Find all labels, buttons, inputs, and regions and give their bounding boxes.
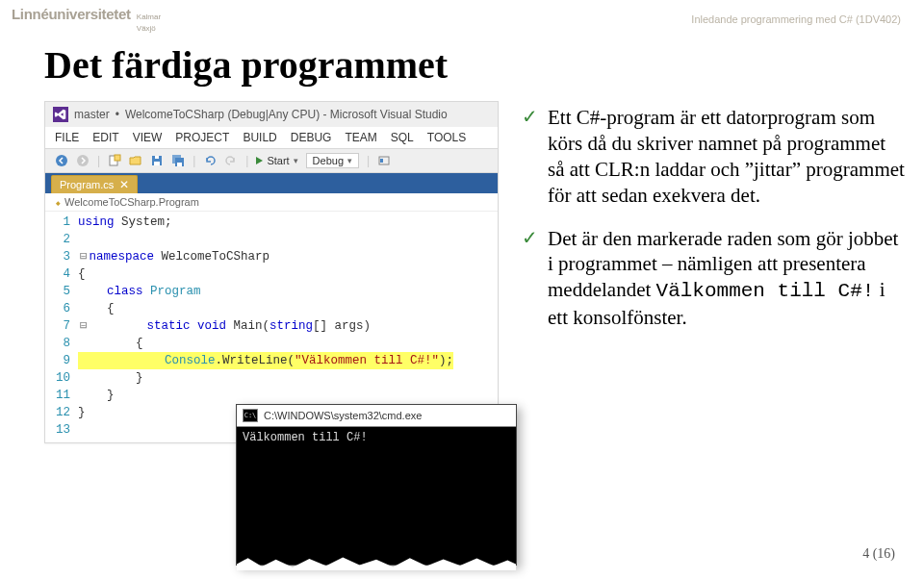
university-logo: Linnéuniversitetet Kalmar Växjö — [12, 6, 161, 33]
bullet-list: ✓ Ett C#-program är ett datorprogram som… — [522, 101, 907, 348]
svg-point-1 — [77, 155, 89, 166]
bullet-item: ✓ Ett C#-program är ett datorprogram som… — [522, 105, 907, 209]
chevron-down-icon: ▾ — [294, 156, 298, 165]
logo-text: Linnéuniversitetet — [12, 6, 131, 22]
start-debug-button[interactable]: Start ▾ — [256, 155, 297, 166]
code-breadcrumb[interactable]: ⬥ WelcomeToCSharp.Program — [45, 193, 498, 212]
start-label: Start — [267, 155, 289, 166]
config-selector[interactable]: Debug ▾ — [306, 153, 359, 168]
vs-toolbar: | | | Start ▾ — [45, 148, 498, 173]
check-icon: ✓ — [522, 105, 538, 209]
vs-title-branch: master — [74, 108, 110, 121]
vs-title-text: WelcomeToCSharp (Debug|Any CPU) - Micros… — [125, 108, 448, 121]
vs-menubar: FILE EDIT VIEW PROJECT BUILD DEBUG TEAM … — [45, 127, 498, 148]
nav-back-icon[interactable] — [55, 154, 68, 167]
close-tab-icon[interactable]: ✕ — [119, 180, 129, 189]
console-title-text: C:\WINDOWS\system32\cmd.exe — [264, 410, 422, 421]
vs-title-sep: • — [116, 108, 119, 121]
console-window: C:\ C:\WINDOWS\system32\cmd.exe Välkomme… — [236, 404, 517, 566]
new-file-icon[interactable] — [108, 154, 121, 167]
course-name: Inledande programmering med C# (1DV402) — [691, 13, 901, 25]
play-icon — [256, 157, 263, 164]
menu-tools[interactable]: TOOLS — [427, 131, 466, 144]
cmd-icon: C:\ — [243, 409, 258, 422]
toolbar-extra-icon[interactable] — [377, 154, 391, 167]
menu-project[interactable]: PROJECT — [175, 131, 229, 144]
menu-sql[interactable]: SQL — [391, 131, 414, 144]
editor-tab-program[interactable]: Program.cs ✕ — [51, 175, 138, 193]
svg-rect-3 — [115, 155, 120, 161]
menu-view[interactable]: VIEW — [133, 131, 163, 144]
save-icon[interactable] — [150, 154, 164, 167]
menu-debug[interactable]: DEBUG — [291, 131, 332, 144]
bullet-item: ✓ Det är den markerade raden som gör job… — [522, 226, 907, 332]
highlighted-code-line: Console.WriteLine("Välkommen till C#!"); — [78, 352, 453, 369]
svg-point-0 — [56, 155, 67, 166]
bullet-text: Det är den markerade raden som gör jobbe… — [548, 226, 907, 332]
open-file-icon[interactable] — [129, 154, 142, 167]
menu-team[interactable]: TEAM — [345, 131, 376, 144]
torn-edge — [237, 536, 516, 565]
console-titlebar: C:\ C:\WINDOWS\system32\cmd.exe — [237, 405, 516, 427]
svg-rect-5 — [154, 162, 160, 165]
nav-fwd-icon[interactable] — [76, 154, 90, 167]
slide-title: Det färdiga programmet — [44, 42, 924, 88]
save-all-icon[interactable] — [171, 154, 185, 167]
bullet-text: Ett C#-program är ett datorprogram som k… — [548, 105, 907, 209]
editor-tabbar: Program.cs ✕ — [45, 173, 498, 193]
visual-studio-icon — [53, 107, 68, 122]
menu-edit[interactable]: EDIT — [92, 131, 118, 144]
svg-rect-11 — [380, 159, 383, 163]
logo-subtext: Kalmar Växjö — [137, 10, 161, 33]
console-output: Välkommen till C#! — [237, 427, 516, 537]
page-number: 4 (16) — [862, 546, 895, 562]
menu-file[interactable]: FILE — [55, 131, 79, 144]
tab-label: Program.cs — [60, 179, 114, 190]
vs-titlebar: master • WelcomeToCSharp (Debug|Any CPU)… — [45, 102, 498, 127]
visual-studio-window: master • WelcomeToCSharp (Debug|Any CPU)… — [44, 101, 499, 443]
menu-build[interactable]: BUILD — [243, 131, 276, 144]
svg-rect-9 — [177, 163, 182, 166]
chevron-down-icon: ▾ — [347, 156, 352, 165]
check-icon: ✓ — [522, 226, 538, 332]
undo-icon[interactable] — [203, 154, 217, 167]
redo-icon[interactable] — [224, 154, 238, 167]
svg-rect-6 — [155, 156, 159, 159]
